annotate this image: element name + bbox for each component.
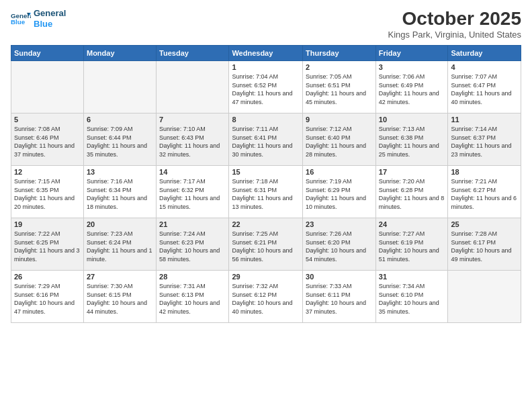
header-monday: Monday — [83, 46, 156, 61]
day-info: Sunrise: 7:09 AMSunset: 6:44 PMDaylight:… — [87, 125, 153, 158]
day-cell-1-0: 5 Sunrise: 7:08 AMSunset: 6:46 PMDayligh… — [11, 113, 84, 166]
day-info: Sunrise: 7:16 AMSunset: 6:34 PMDaylight:… — [87, 177, 153, 211]
header-thursday: Thursday — [303, 46, 376, 61]
day-number: 30 — [306, 273, 373, 281]
day-number: 21 — [159, 220, 226, 228]
day-info: Sunrise: 7:23 AMSunset: 6:24 PMDaylight:… — [87, 230, 153, 263]
day-info: Sunrise: 7:10 AMSunset: 6:43 PMDaylight:… — [159, 125, 226, 158]
day-cell-0-6: 4 Sunrise: 7:07 AMSunset: 6:47 PMDayligh… — [448, 61, 521, 113]
day-info: Sunrise: 7:17 AMSunset: 6:32 PMDaylight:… — [159, 177, 226, 211]
day-cell-0-1 — [83, 61, 156, 113]
day-cell-3-3: 22 Sunrise: 7:25 AMSunset: 6:21 PMDaylig… — [229, 218, 303, 271]
day-cell-1-5: 10 Sunrise: 7:13 AMSunset: 6:38 PMDaylig… — [375, 113, 448, 166]
day-info: Sunrise: 7:29 AMSunset: 6:16 PMDaylight:… — [14, 282, 81, 316]
day-cell-4-1: 27 Sunrise: 7:30 AMSunset: 6:15 PMDaylig… — [83, 271, 156, 323]
day-info: Sunrise: 7:21 AMSunset: 6:27 PMDaylight:… — [451, 177, 518, 211]
day-cell-1-1: 6 Sunrise: 7:09 AMSunset: 6:44 PMDayligh… — [83, 113, 156, 166]
day-cell-4-3: 29 Sunrise: 7:32 AMSunset: 6:12 PMDaylig… — [229, 271, 303, 323]
header-friday: Friday — [375, 46, 448, 61]
day-cell-2-1: 13 Sunrise: 7:16 AMSunset: 6:34 PMDaylig… — [83, 166, 156, 218]
day-info: Sunrise: 7:22 AMSunset: 6:25 PMDaylight:… — [14, 230, 81, 263]
day-cell-3-4: 23 Sunrise: 7:26 AMSunset: 6:20 PMDaylig… — [303, 218, 376, 271]
day-number: 3 — [379, 63, 445, 71]
day-info: Sunrise: 7:25 AMSunset: 6:21 PMDaylight:… — [232, 230, 300, 263]
logo: General Blue General Blue — [11, 8, 66, 29]
day-info: Sunrise: 7:04 AMSunset: 6:52 PMDaylight:… — [232, 73, 300, 106]
day-number: 8 — [232, 116, 300, 124]
day-number: 5 — [14, 116, 81, 124]
day-number: 31 — [379, 273, 445, 281]
day-info: Sunrise: 7:24 AMSunset: 6:23 PMDaylight:… — [159, 230, 226, 263]
location: Kings Park, Virginia, United States — [388, 30, 521, 40]
day-info: Sunrise: 7:33 AMSunset: 6:11 PMDaylight:… — [306, 282, 373, 316]
day-cell-4-4: 30 Sunrise: 7:33 AMSunset: 6:11 PMDaylig… — [303, 271, 376, 323]
day-info: Sunrise: 7:14 AMSunset: 6:37 PMDaylight:… — [451, 125, 518, 158]
week-row-0: 1 Sunrise: 7:04 AMSunset: 6:52 PMDayligh… — [11, 61, 521, 113]
header-saturday: Saturday — [448, 46, 521, 61]
day-number: 20 — [87, 220, 153, 228]
svg-text:Blue: Blue — [11, 18, 26, 26]
day-number: 2 — [306, 63, 373, 71]
day-number: 23 — [306, 220, 373, 228]
day-number: 27 — [87, 273, 153, 281]
day-cell-2-3: 15 Sunrise: 7:18 AMSunset: 6:31 PMDaylig… — [229, 166, 303, 218]
day-number: 14 — [159, 168, 226, 176]
header-wednesday: Wednesday — [229, 46, 303, 61]
day-cell-0-3: 1 Sunrise: 7:04 AMSunset: 6:52 PMDayligh… — [229, 61, 303, 113]
month-title: October 2025 — [388, 8, 521, 30]
day-cell-3-2: 21 Sunrise: 7:24 AMSunset: 6:23 PMDaylig… — [157, 218, 229, 271]
day-info: Sunrise: 7:32 AMSunset: 6:12 PMDaylight:… — [232, 282, 300, 316]
day-cell-2-0: 12 Sunrise: 7:15 AMSunset: 6:35 PMDaylig… — [11, 166, 84, 218]
day-info: Sunrise: 7:20 AMSunset: 6:28 PMDaylight:… — [379, 177, 445, 211]
day-cell-0-2 — [157, 61, 229, 113]
day-number: 19 — [14, 220, 81, 228]
day-cell-4-5: 31 Sunrise: 7:34 AMSunset: 6:10 PMDaylig… — [375, 271, 448, 323]
day-cell-3-0: 19 Sunrise: 7:22 AMSunset: 6:25 PMDaylig… — [11, 218, 84, 271]
day-number: 26 — [14, 273, 81, 281]
day-info: Sunrise: 7:26 AMSunset: 6:20 PMDaylight:… — [306, 230, 373, 263]
day-info: Sunrise: 7:12 AMSunset: 6:40 PMDaylight:… — [306, 125, 373, 158]
header-tuesday: Tuesday — [157, 46, 229, 61]
day-info: Sunrise: 7:34 AMSunset: 6:10 PMDaylight:… — [379, 282, 445, 316]
day-cell-2-4: 16 Sunrise: 7:19 AMSunset: 6:29 PMDaylig… — [303, 166, 376, 218]
day-number: 12 — [14, 168, 81, 176]
day-cell-0-0 — [11, 61, 84, 113]
day-cell-1-6: 11 Sunrise: 7:14 AMSunset: 6:37 PMDaylig… — [448, 113, 521, 166]
day-number: 9 — [306, 116, 373, 124]
day-number: 6 — [87, 116, 153, 124]
logo-blue: Blue — [34, 19, 66, 30]
day-cell-3-5: 24 Sunrise: 7:27 AMSunset: 6:19 PMDaylig… — [375, 218, 448, 271]
week-row-2: 12 Sunrise: 7:15 AMSunset: 6:35 PMDaylig… — [11, 166, 521, 218]
day-number: 16 — [306, 168, 373, 176]
day-number: 18 — [451, 168, 518, 176]
calendar-table: Sunday Monday Tuesday Wednesday Thursday… — [11, 45, 521, 323]
day-number: 7 — [159, 116, 226, 124]
header: General Blue General Blue October 2025 K… — [11, 8, 521, 40]
week-row-1: 5 Sunrise: 7:08 AMSunset: 6:46 PMDayligh… — [11, 113, 521, 166]
day-info: Sunrise: 7:15 AMSunset: 6:35 PMDaylight:… — [14, 177, 81, 211]
day-number: 28 — [159, 273, 226, 281]
week-row-3: 19 Sunrise: 7:22 AMSunset: 6:25 PMDaylig… — [11, 218, 521, 271]
day-number: 11 — [451, 116, 518, 124]
day-info: Sunrise: 7:30 AMSunset: 6:15 PMDaylight:… — [87, 282, 153, 316]
day-number: 4 — [451, 63, 518, 71]
week-row-4: 26 Sunrise: 7:29 AMSunset: 6:16 PMDaylig… — [11, 271, 521, 323]
day-info: Sunrise: 7:11 AMSunset: 6:41 PMDaylight:… — [232, 125, 300, 158]
day-number: 13 — [87, 168, 153, 176]
day-info: Sunrise: 7:27 AMSunset: 6:19 PMDaylight:… — [379, 230, 445, 263]
day-number: 17 — [379, 168, 445, 176]
day-number: 1 — [232, 63, 300, 71]
day-info: Sunrise: 7:13 AMSunset: 6:38 PMDaylight:… — [379, 125, 445, 158]
day-cell-4-6 — [448, 271, 521, 323]
day-number: 25 — [451, 220, 518, 228]
day-info: Sunrise: 7:18 AMSunset: 6:31 PMDaylight:… — [232, 177, 300, 211]
day-cell-0-4: 2 Sunrise: 7:05 AMSunset: 6:51 PMDayligh… — [303, 61, 376, 113]
day-number: 29 — [232, 273, 300, 281]
day-number: 15 — [232, 168, 300, 176]
day-info: Sunrise: 7:28 AMSunset: 6:17 PMDaylight:… — [451, 230, 518, 263]
day-cell-1-4: 9 Sunrise: 7:12 AMSunset: 6:40 PMDayligh… — [303, 113, 376, 166]
day-cell-2-2: 14 Sunrise: 7:17 AMSunset: 6:32 PMDaylig… — [157, 166, 229, 218]
day-cell-2-6: 18 Sunrise: 7:21 AMSunset: 6:27 PMDaylig… — [448, 166, 521, 218]
logo-general: General — [34, 8, 66, 19]
day-info: Sunrise: 7:19 AMSunset: 6:29 PMDaylight:… — [306, 177, 373, 211]
